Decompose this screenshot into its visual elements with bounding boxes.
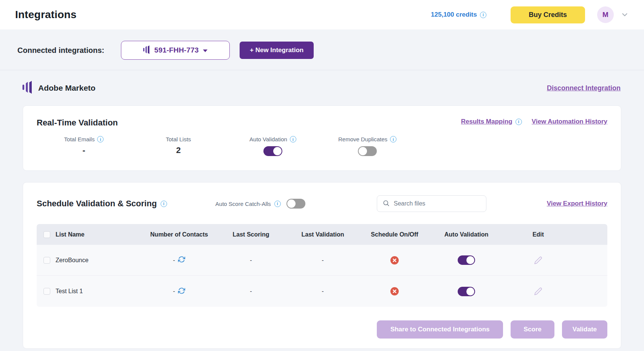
credits-link[interactable]: 125,100 credits [431, 11, 486, 19]
last-validation-value: - [287, 257, 359, 264]
col-list-name: List Name [56, 231, 84, 238]
table-row: ZeroBounce - - - [37, 245, 607, 276]
contacts-value: - [173, 257, 175, 264]
refresh-icon[interactable] [178, 287, 185, 296]
selected-integration-value: 591-FHH-773 [154, 46, 198, 54]
auto-score-info-icon[interactable] [274, 201, 281, 207]
score-button[interactable]: Score [511, 320, 554, 339]
disconnect-integration-link[interactable]: Disconnect Integration [547, 84, 621, 92]
col-auto-validation: Auto Validation [430, 231, 502, 238]
realtime-validation-card: Real-Time Validation Results Mapping Vie… [23, 105, 621, 171]
list-name: Test List 1 [56, 288, 83, 295]
row-auto-validation-toggle[interactable] [458, 287, 475, 296]
lists-table: List Name Number of Contacts Last Scorin… [37, 224, 607, 307]
realtime-stats: Total Emails - Total Lists 2 Auto Valida… [37, 136, 607, 157]
search-box [377, 195, 486, 212]
marketo-logo-icon [22, 81, 33, 95]
row-checkbox[interactable] [43, 257, 50, 264]
contacts-value: - [173, 288, 175, 295]
stat-label: Total Emails [64, 136, 95, 142]
view-export-history-link[interactable]: View Export History [547, 200, 607, 207]
list-name: ZeroBounce [56, 257, 88, 264]
auto-score-label: Auto Score Catch-Alls [215, 201, 271, 207]
caret-down-icon [203, 49, 207, 52]
last-validation-value: - [287, 288, 359, 295]
total-lists-value: 2 [131, 145, 226, 155]
remove-duplicates-toggle[interactable] [358, 146, 377, 156]
auto-validation-toggle[interactable] [263, 146, 282, 156]
realtime-card-title: Real-Time Validation [37, 118, 118, 128]
edit-pencil-icon[interactable] [534, 256, 542, 264]
schedule-off-icon[interactable] [390, 287, 399, 296]
validate-button[interactable]: Validate [562, 320, 607, 339]
auto-validation-info-icon[interactable] [290, 136, 296, 142]
last-scoring-value: - [215, 288, 287, 295]
connected-integrations-bar: Connected integrations: 591-FHH-773 + Ne… [17, 41, 644, 60]
bulk-actions: Share to Connected Integrations Score Va… [37, 320, 607, 339]
total-emails-value: - [37, 145, 131, 155]
total-emails-info-icon[interactable] [97, 136, 104, 142]
schedule-off-icon[interactable] [390, 256, 399, 265]
col-number-of-contacts: Number of Contacts [143, 231, 215, 238]
stat-auto-validation: Auto Validation [226, 136, 320, 157]
stat-total-lists: Total Lists 2 [131, 136, 226, 157]
table-header: List Name Number of Contacts Last Scorin… [37, 224, 607, 245]
view-automation-history-link[interactable]: View Automation History [532, 118, 607, 125]
last-scoring-value: - [215, 257, 287, 264]
integration-selector-dropdown[interactable]: 591-FHH-773 [121, 41, 230, 60]
header-actions: 125,100 credits Buy Credits M [431, 6, 629, 23]
share-to-connected-button[interactable]: Share to Connected Integrations [377, 320, 503, 339]
col-last-validation: Last Validation [287, 231, 359, 238]
search-input[interactable] [394, 200, 481, 207]
search-icon [382, 199, 390, 208]
chevron-down-icon[interactable] [621, 11, 629, 19]
edit-pencil-icon[interactable] [534, 287, 542, 295]
section-divider [0, 70, 644, 70]
avatar[interactable]: M [597, 6, 614, 23]
integration-header: Adobe Marketo Disconnect Integration [22, 80, 621, 96]
col-edit: Edit [502, 231, 574, 238]
credits-amount: 125,100 credits [431, 11, 477, 19]
schedule-card-info-icon[interactable] [161, 201, 167, 207]
row-auto-validation-toggle[interactable] [458, 255, 475, 265]
results-mapping-info-icon[interactable] [516, 119, 522, 125]
row-checkbox[interactable] [43, 288, 50, 295]
stat-remove-duplicates: Remove Duplicates [320, 136, 415, 157]
schedule-validation-card: Schedule Validation & Scoring Auto Score… [23, 182, 621, 349]
stat-total-emails: Total Emails - [37, 136, 131, 157]
results-mapping-link[interactable]: Results Mapping [461, 118, 512, 125]
credits-info-icon[interactable] [480, 12, 486, 18]
page-title: Integrations [15, 9, 77, 21]
connected-integrations-label: Connected integrations: [17, 46, 104, 55]
col-last-scoring: Last Scoring [215, 231, 287, 238]
remove-duplicates-info-icon[interactable] [390, 136, 396, 142]
auto-score-toggle[interactable] [286, 199, 305, 209]
schedule-card-title: Schedule Validation & Scoring [37, 199, 157, 209]
integration-name: Adobe Marketo [38, 83, 96, 93]
refresh-icon[interactable] [178, 256, 185, 264]
new-integration-button[interactable]: + New Integration [240, 42, 314, 59]
stat-label: Remove Duplicates [338, 136, 387, 142]
col-schedule-on-off: Schedule On/Off [359, 231, 430, 238]
stat-label: Auto Validation [249, 136, 287, 142]
main-content: Connected integrations: 591-FHH-773 + Ne… [0, 29, 644, 349]
top-header: Integrations 125,100 credits Buy Credits… [0, 0, 644, 29]
buy-credits-button[interactable]: Buy Credits [511, 6, 585, 23]
stat-label: Total Lists [166, 136, 191, 142]
select-all-checkbox[interactable] [43, 231, 50, 238]
marketo-icon [143, 45, 150, 56]
table-row: Test List 1 - - - [37, 276, 607, 307]
